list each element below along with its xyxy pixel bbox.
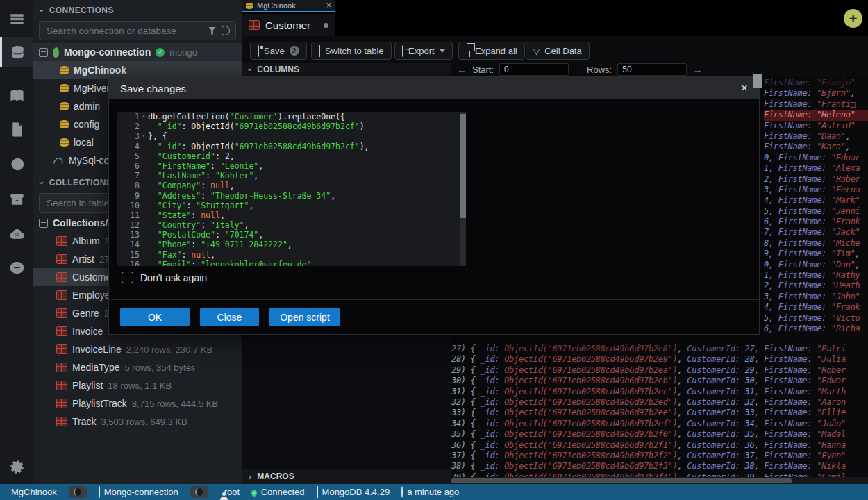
scrollbar-thumb[interactable]: [451, 478, 792, 483]
fold-icon[interactable]: ▾: [140, 112, 148, 122]
grid-row[interactable]: 27) { _id: ObjectId("6971eb02588cd49b6d9…: [451, 344, 868, 354]
fold-icon[interactable]: ▾: [140, 131, 148, 141]
grid-row-fragment[interactable]: 2, FirstName: "Rober: [764, 174, 868, 185]
grid-row-fragment[interactable]: 1, FirstName: "Alexa: [764, 163, 868, 174]
grid-row-fragment[interactable]: 1, FirstName: "Kathy: [764, 270, 868, 281]
rows-input[interactable]: [617, 63, 687, 76]
grid-row-fragment[interactable]: 2, FirstName: "Heath: [764, 281, 868, 291]
script-editor[interactable]: 1 ▾db.getCollection('Customer').replaceO…: [117, 112, 466, 266]
export-button[interactable]: Export: [394, 42, 453, 60]
grid-row-fragment[interactable]: 4, FirstName: "Mark": [764, 195, 868, 206]
connection-search-input[interactable]: [45, 25, 204, 37]
statusbar-item-mongodb-4-4-29[interactable]: MongoDB 4.4.29: [317, 487, 390, 497]
editor-scrollbar[interactable]: [460, 112, 466, 266]
archive-icon[interactable]: [0, 188, 33, 211]
horizontal-scrollbar[interactable]: [451, 477, 868, 484]
grid-row[interactable]: 29) { _id: ObjectId("6971eb02588cd49b6d9…: [451, 365, 868, 376]
statusbar-item-connected[interactable]: ✓Connected: [251, 487, 304, 498]
grid-row-fragment[interactable]: FirstName: "Kara",: [764, 142, 868, 152]
statusbar-item-root[interactable]: root: [220, 487, 240, 497]
statusbar-item-mongo-connection[interactable]: Mongo-connection: [99, 487, 178, 497]
menu-icon[interactable]: [0, 7, 33, 31]
file-icon[interactable]: [0, 117, 33, 141]
columns-panel-header[interactable]: › COLUMNS: [242, 62, 451, 76]
cell-data-button[interactable]: ▽ Cell Data: [526, 42, 590, 60]
grid-row-fragment[interactable]: 6, FirstName: "Richa: [764, 324, 868, 334]
grid-row[interactable]: 38) { _id: ObjectId("6971eb02588cd49b6d9…: [451, 461, 868, 472]
collection-item-track[interactable]: Track 3,503 rows, 649.3 KB: [33, 412, 242, 431]
grid-row[interactable]: 32) { _id: ObjectId("6971eb02588cd49b6d9…: [451, 397, 868, 408]
connections-header-label: CONNECTIONS: [49, 6, 114, 15]
collection-item-invoiceline[interactable]: InvoiceLine 2,240 rows, 230.7 KB: [33, 340, 242, 358]
grid-row-fragment[interactable]: FirstName: "Astrid": [764, 121, 868, 131]
open-script-button[interactable]: Open script: [269, 308, 340, 326]
statusbar-item-a-minute-ago[interactable]: a minute ago: [401, 487, 459, 497]
grid-row[interactable]: 34) { _id: ObjectId("6971eb02588cd49b6d9…: [451, 419, 868, 429]
grid-row-fragment[interactable]: FirstName: "Daan",: [764, 131, 868, 142]
grid-row[interactable]: 39) { _id: ObjectId("6971eb02588cd49b6d9…: [451, 472, 868, 477]
filter-icon[interactable]: [208, 27, 216, 35]
gear-icon[interactable]: [0, 455, 33, 478]
grid-row-fragment[interactable]: 3, FirstName: "Ferna: [764, 185, 868, 195]
connections-header[interactable]: › CONNECTIONS: [33, 3, 242, 18]
close-icon[interactable]: ×: [741, 81, 748, 95]
expand-all-icon: [466, 46, 470, 56]
tab-customer[interactable]: Customer: [242, 14, 335, 36]
grid-row-fragment[interactable]: FirstName: "Franti□: [764, 99, 868, 110]
ok-button[interactable]: OK: [120, 308, 190, 326]
switch-to-table-button[interactable]: Switch to table: [311, 42, 392, 60]
grid-row-fragment[interactable]: 0, FirstName: "Dan",: [764, 260, 868, 270]
book-icon[interactable]: [0, 84, 33, 108]
new-connection-button[interactable]: +: [844, 9, 862, 28]
grid-row[interactable]: 30) { _id: ObjectId("6971eb02588cd49b6d9…: [451, 376, 868, 386]
collection-item-playlisttrack[interactable]: PlaylistTrack 8,715 rows, 444.5 KB: [33, 394, 242, 412]
grid-row[interactable]: 31) { _id: ObjectId("6971eb02588cd49b6d9…: [451, 387, 868, 397]
collapse-icon[interactable]: [39, 219, 48, 228]
grid-row-fragment[interactable]: 4, FirstName: "Frank: [764, 302, 868, 312]
close-icon[interactable]: ×: [326, 1, 331, 10]
cloud-search-icon[interactable]: [0, 222, 33, 246]
grid-row-fragment[interactable]: 5, FirstName: "Jenni: [764, 206, 868, 217]
dont-ask-again-option[interactable]: Don't ask again: [122, 272, 207, 283]
close-button[interactable]: Close: [200, 308, 259, 326]
grid-row-fragment[interactable]: 5, FirstName: "Victo: [764, 313, 868, 324]
statusbar-label: Mongo-connection: [104, 487, 178, 497]
grid-row-fragment[interactable]: FirstName: "Helena": [764, 110, 868, 120]
collection-item-playlist[interactable]: Playlist 18 rows, 1.1 KB: [33, 376, 242, 394]
tab-group-mgchinook[interactable]: MgChinook ×: [242, 0, 335, 12]
macros-panel-header[interactable]: › MACROS: [242, 469, 451, 484]
grid-row-fragment[interactable]: 9, FirstName: "Tim",: [764, 249, 868, 259]
grid-row[interactable]: 33) { _id: ObjectId("6971eb02588cd49b6d9…: [451, 408, 868, 418]
grid-row-fragment[interactable]: FirstName: "Franjo": [764, 78, 868, 88]
checkbox[interactable]: [122, 272, 133, 283]
save-button[interactable]: Save2: [250, 42, 307, 60]
statusbar-item[interactable]: [69, 486, 87, 498]
grid-row-fragment[interactable]: FirstName: "Bjørn",: [764, 88, 868, 99]
collapse-icon[interactable]: [39, 48, 48, 57]
sidebar-item-mongo-connection[interactable]: Mongo-connection ✓ mongo: [33, 43, 242, 61]
expand-all-button[interactable]: Expand all: [458, 42, 525, 60]
prev-page-icon[interactable]: ←: [457, 64, 467, 75]
line-number: 16: [117, 260, 140, 266]
grid-row[interactable]: 37) { _id: ObjectId("6971eb02588cd49b6d9…: [451, 451, 868, 461]
grid-row-fragment[interactable]: 3, FirstName: "John": [764, 292, 868, 302]
grid-row-fragment[interactable]: 8, FirstName: "Miche: [764, 238, 868, 249]
start-input[interactable]: [499, 63, 569, 76]
statusbar-item[interactable]: [190, 486, 208, 498]
grid-row[interactable]: 28) { _id: ObjectId("6971eb02588cd49b6d9…: [451, 354, 868, 365]
plus-circle-icon[interactable]: [0, 256, 33, 279]
next-page-icon[interactable]: →: [692, 64, 702, 75]
grid-row-fragment[interactable]: 7, FirstName: "Jack": [764, 227, 868, 238]
statusbar-item-mgchinook[interactable]: MgChinook: [7, 487, 57, 497]
database-icon[interactable]: [0, 37, 33, 67]
grid-row[interactable]: 35) { _id: ObjectId("6971eb02588cd49b6d9…: [451, 429, 868, 440]
history-icon[interactable]: [0, 152, 33, 176]
connection-search[interactable]: [39, 21, 236, 40]
refresh-icon[interactable]: [220, 26, 230, 35]
grid-row-fragment[interactable]: 0, FirstName: "Eduar: [764, 153, 868, 163]
grid-row-fragment[interactable]: 6, FirstName: "Frank: [764, 217, 868, 227]
collection-item-mediatype[interactable]: MediaType 5 rows, 354 bytes: [33, 358, 242, 376]
editor-scrollbar-thumb[interactable]: [460, 114, 466, 218]
grid-row[interactable]: 36) { _id: ObjectId("6971eb02588cd49b6d9…: [451, 440, 868, 451]
vertical-scrollbar-thumb[interactable]: [753, 74, 762, 88]
